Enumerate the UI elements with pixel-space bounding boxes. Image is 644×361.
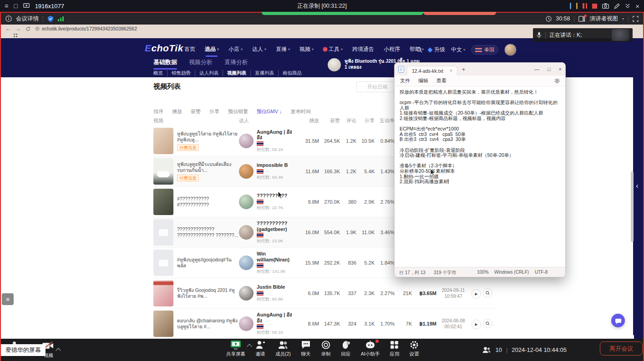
collapse-chevron-icon[interactable]: ‹ [636, 181, 639, 191]
fullscreen-icon[interactable] [633, 16, 639, 22]
apps-button[interactable]: 应用 [390, 340, 399, 357]
creator-avatar[interactable] [239, 286, 254, 301]
video-title[interactable]: ตอบกลับ @chainarong #หูฟังบลูทูธไร้สาย #… [177, 318, 239, 330]
sort-views[interactable]: 播放 [172, 108, 182, 115]
video-thumbnail-placeholder[interactable] [153, 219, 173, 246]
creator-name[interactable]: ?????????? [257, 193, 287, 199]
table-row[interactable]: รีวิวหูฟัง Goojodoq J201 #หูฟังไร้สาย #พ… [153, 278, 499, 308]
pencil-annotate-icon[interactable] [614, 3, 620, 9]
network-signal-icon[interactable] [58, 16, 64, 21]
close-icon[interactable]: × [635, 3, 639, 10]
notepad-tab[interactable]: 12.4-ads-kk.txt × [407, 66, 457, 75]
ai-assistant-button[interactable]: AI小助手 [361, 340, 380, 357]
creator-avatar[interactable] [239, 195, 254, 209]
screen-record-icon[interactable] [23, 3, 30, 9]
creator-name[interactable]: ?????????? (gadgetbeer) [257, 221, 297, 232]
video-title[interactable]: #หูฟังบลูทูธ#goojodoq#วันพลัส [177, 257, 239, 269]
sort-est-sales[interactable]: 预估销量 [228, 108, 248, 115]
video-thumbnail[interactable] [153, 128, 173, 154]
nav-miniapp[interactable]: 小程序 [384, 45, 400, 53]
creator-avatar[interactable] [239, 164, 254, 179]
nav-influencers[interactable]: 达人▾ [252, 45, 266, 53]
share-screen-button[interactable]: 共享屏幕 [226, 340, 245, 357]
nav-home[interactable]: 首页 [184, 45, 195, 53]
menu-file[interactable]: 文件 [400, 77, 410, 84]
menu-icon[interactable]: ≡ [5, 3, 8, 9]
new-tab-icon[interactable]: + [462, 66, 466, 73]
invite-button[interactable]: 邀请 [255, 340, 265, 357]
stop-recording-button[interactable] [592, 4, 597, 9]
play-video-button[interactable]: ▶ [472, 289, 481, 299]
forward-icon[interactable]: → [15, 26, 21, 31]
members-button[interactable]: 成员(2) [275, 340, 291, 357]
video-title[interactable]: รีวิวหูฟัง Goojodoq J201 #หูฟังไร้สาย #พ… [177, 287, 239, 299]
encoding[interactable]: UTF-8 [535, 270, 548, 275]
leave-meeting-button[interactable]: 离开会议 [600, 341, 643, 356]
page-scrollbar[interactable] [631, 171, 634, 242]
share-options-chevron[interactable] [247, 344, 252, 349]
nav-videos[interactable]: 视频▾ [299, 45, 314, 53]
record-button[interactable]: 录制 [321, 340, 331, 357]
language-selector[interactable]: 中文▾ [451, 46, 465, 54]
notepad-text-area[interactable]: 投放的本质是把精准人群流量买回来，展示优质素材，然后转化！ ocpm -平台为了… [395, 86, 565, 262]
apps-grid-icon[interactable] [14, 34, 17, 37]
speaker-view-icon[interactable] [578, 16, 585, 22]
creator-name[interactable]: Justin Bible [257, 284, 285, 290]
video-thumbnail[interactable] [153, 189, 173, 215]
tab-basic-data[interactable]: 基础数据 [153, 58, 177, 66]
shield-check-icon[interactable] [47, 15, 54, 22]
echotik-logo[interactable]: EchoTik [145, 43, 183, 54]
nav-live[interactable]: 直播▾ [276, 45, 290, 53]
start-date-input[interactable]: 开始日期 [356, 81, 398, 92]
subnav-overview[interactable]: 概览 [153, 70, 167, 76]
video-thumbnail[interactable] [153, 158, 173, 185]
close-icon[interactable]: × [559, 66, 562, 72]
participant-count[interactable]: 10 [495, 346, 502, 353]
meeting-panel-handle[interactable]: ≡ [2, 293, 14, 305]
inspect-video-button[interactable] [483, 319, 492, 328]
subnav-video-list[interactable]: 视频列表 [223, 70, 250, 76]
creator-avatar[interactable] [239, 256, 254, 270]
video-thumbnail[interactable] [153, 311, 173, 337]
maximize-icon[interactable]: □ [548, 66, 551, 72]
user-avatar[interactable] [504, 44, 517, 56]
creator-name[interactable]: AungAung | อังอัง [257, 312, 297, 323]
table-row[interactable]: ตอบกลับ @chainarong #หูฟังบลูทูธไร้สาย #… [153, 308, 499, 339]
subnav-sales-trend[interactable]: 销售趋势 [167, 70, 195, 76]
subnav-similar-products[interactable]: 相似商品 [278, 70, 306, 76]
video-thumbnail-placeholder[interactable] [153, 250, 173, 276]
nav-shops[interactable]: 小店▾ [228, 45, 243, 53]
minimize-icon[interactable]: — [534, 66, 539, 72]
notepad-titlebar[interactable]: 12.4-ads-kk.txt × + — □ × [395, 63, 565, 75]
participants-icon[interactable] [482, 346, 491, 353]
search-icon[interactable] [416, 47, 422, 53]
pause-recording-button[interactable] [583, 3, 587, 9]
tab-live-analysis[interactable]: 直播分析 [224, 58, 248, 66]
creator-avatar[interactable] [239, 134, 254, 148]
sort-est-gmv[interactable]: 预估GMV ↓ [257, 108, 282, 115]
menu-edit[interactable]: 编辑 [418, 77, 428, 84]
chevron-double-down-icon[interactable] [625, 3, 630, 9]
zoom-level[interactable]: 100% [477, 270, 489, 275]
sort-default[interactable]: 排序 [153, 108, 163, 115]
gear-icon[interactable] [554, 78, 560, 84]
creator-name[interactable]: impossible B [257, 162, 288, 168]
video-thumbnail[interactable] [153, 280, 173, 306]
camera-options-chevron[interactable] [56, 348, 61, 353]
chat-button[interactable]: 聊天 [301, 340, 311, 357]
subnav-live-list[interactable]: 直播列表 [250, 70, 278, 76]
address-bar[interactable]: echotik.live/products/172994342350386256… [35, 26, 137, 31]
creator-avatar[interactable] [239, 225, 254, 240]
nav-crossborder[interactable]: 跨境通告 [352, 45, 374, 53]
video-title[interactable]: #??????????? #??????????? #?????????????… [177, 196, 239, 208]
sort-publish-time[interactable]: 发布时间 [291, 108, 311, 115]
meeting-details-link[interactable]: 会议详情 [16, 15, 39, 23]
video-title[interactable]: หูฟังบลูทูธที่มีระบบตัดเสียงรบกวนกันน้ำ.… [177, 161, 239, 173]
line-ending[interactable]: Windows (CRLF) [494, 270, 529, 275]
video-title[interactable]: ?????????????? ?????????????? ???????... [177, 226, 239, 238]
info-icon[interactable] [5, 15, 12, 22]
creator-avatar[interactable] [239, 316, 254, 331]
tab-close-icon[interactable]: × [450, 68, 452, 73]
view-mode-button[interactable]: 演讲者视图 [589, 15, 618, 23]
reactions-button[interactable]: 回应 [341, 340, 351, 357]
